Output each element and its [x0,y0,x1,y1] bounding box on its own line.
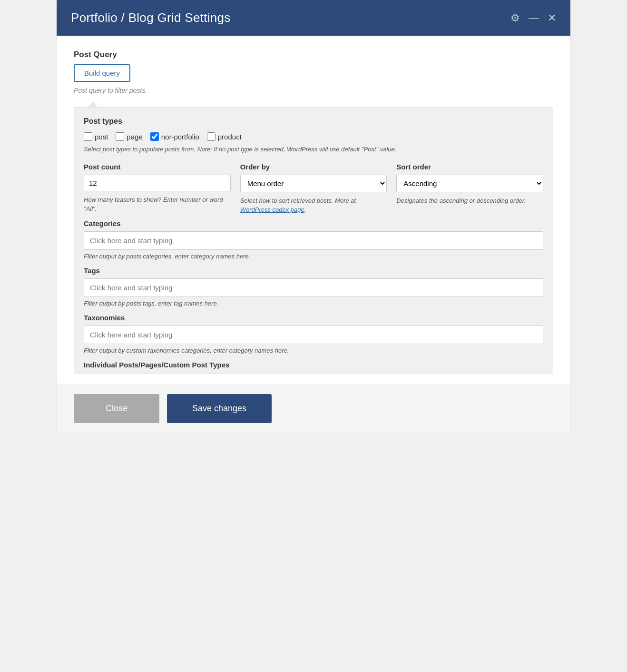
save-button[interactable]: Save changes [167,394,272,423]
post-count-input[interactable] [84,175,231,191]
header-icons: ⚙ — ✕ [510,13,556,23]
wordpress-codex-link[interactable]: WordPress codex page [240,206,304,213]
order-by-col: Order by Menu order Date Title Random Co… [240,163,387,215]
checkbox-product-label: product [218,133,242,141]
minimize-icon[interactable]: — [529,13,539,23]
individual-posts-title: Individual Posts/Pages/Custom Post Types [84,361,543,369]
modal-footer: Close Save changes [57,384,570,434]
order-by-hint-pre: Select how to sort retrieved posts. More… [240,197,356,204]
order-by-hint: Select how to sort retrieved posts. More… [240,196,387,215]
order-by-label: Order by [240,163,387,171]
post-count-hint: How many teasers to show? Enter number o… [84,195,231,214]
close-button[interactable]: Close [74,394,159,423]
order-by-hint-post: . [304,206,306,213]
categories-label: Categories [84,219,543,227]
tags-label: Tags [84,267,543,275]
checkbox-post-label: post [95,133,108,141]
checkbox-post[interactable]: post [84,132,108,141]
categories-section: Categories Filter output by posts catego… [84,219,543,260]
three-col-section: Post count How many teasers to show? Ent… [84,163,543,215]
checkbox-nor-portfolio[interactable]: nor-portfolio [150,132,199,141]
modal-title: Portfolio / Blog Grid Settings [71,10,231,25]
modal-body: Post Query Build query Post query to fil… [57,36,570,384]
post-count-col: Post count How many teasers to show? Ent… [84,163,231,215]
panel-arrow [88,101,98,107]
tags-section: Tags Filter output by posts tags, enter … [84,267,543,307]
checkbox-nor-portfolio-label: nor-portfolio [161,133,199,141]
modal-header: Portfolio / Blog Grid Settings ⚙ — ✕ [57,0,570,36]
checkbox-page-label: page [127,133,142,141]
order-by-select[interactable]: Menu order Date Title Random Comment cou… [240,175,387,192]
checkbox-page-input[interactable] [116,132,124,141]
sort-order-select[interactable]: Ascending Descending [396,175,543,192]
sort-order-col: Sort order Ascending Descending Designat… [396,163,543,215]
tags-hint: Filter output by posts tags, enter tag n… [84,300,543,307]
taxonomies-label: Taxonomies [84,314,543,322]
close-icon[interactable]: ✕ [548,13,556,23]
query-panel: Post types post page nor-portfolio produ… [74,107,553,374]
categories-hint: Filter output by posts categories, enter… [84,253,543,260]
checkbox-nor-portfolio-input[interactable] [150,132,159,141]
post-query-label: Post Query [74,50,553,59]
checkbox-page[interactable]: page [116,132,142,141]
taxonomies-section: Taxonomies Filter output by custom taxon… [84,314,543,354]
post-query-section: Post Query Build query Post query to fil… [74,50,553,94]
sort-order-label: Sort order [396,163,543,171]
gear-icon[interactable]: ⚙ [510,13,520,23]
tags-input[interactable] [84,278,543,297]
build-query-button[interactable]: Build query [74,64,130,82]
checkbox-post-input[interactable] [84,132,92,141]
taxonomies-input[interactable] [84,326,543,344]
post-query-hint: Post query to filter posts. [74,87,553,94]
sort-order-hint: Designates the ascending or descending o… [396,196,543,206]
checkbox-product-input[interactable] [207,132,216,141]
checkbox-product[interactable]: product [207,132,242,141]
post-types-row: post page nor-portfolio product [84,132,543,141]
categories-input[interactable] [84,231,543,250]
post-count-label: Post count [84,163,231,171]
post-types-note: Select post types to populate posts from… [84,145,543,154]
taxonomies-hint: Filter output by custom taxonomies categ… [84,347,543,354]
post-types-title: Post types [84,117,543,126]
modal: Portfolio / Blog Grid Settings ⚙ — ✕ Pos… [57,0,570,434]
